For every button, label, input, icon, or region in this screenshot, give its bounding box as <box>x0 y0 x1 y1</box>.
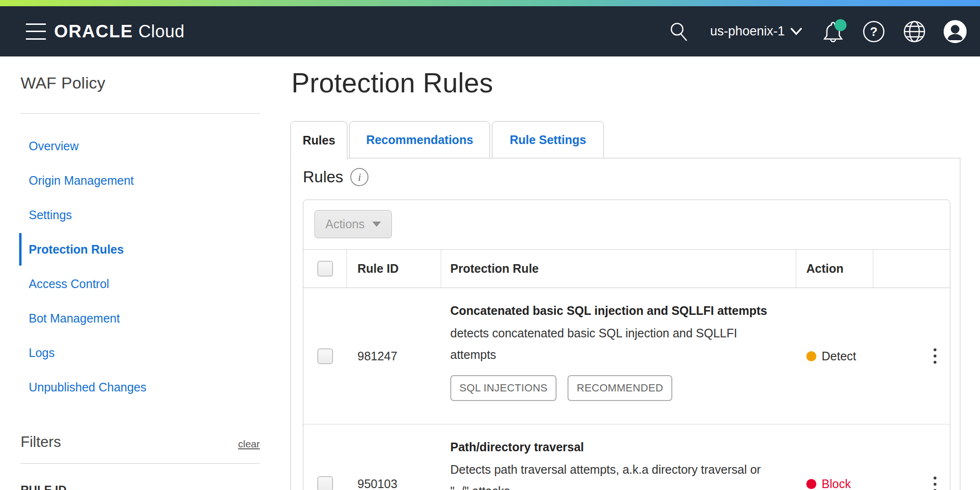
rules-table: Rule ID Protection Rule Action 981247 Co… <box>303 249 950 490</box>
header-checkbox-cell <box>303 250 347 288</box>
sidebar-item-label: Unpublished Changes <box>29 380 146 394</box>
rule-tags: SQL INJECTIONSRECOMMENDED <box>450 375 777 401</box>
tag-chip-sql-injections: SQL INJECTIONS <box>450 375 557 401</box>
rule-title: Path/directory traversal <box>450 436 777 458</box>
svg-text:?: ? <box>870 24 878 39</box>
rules-table-panel: Actions Rule ID Protection Rule Action 9… <box>303 200 950 490</box>
tab-label: Recommendations <box>366 133 473 147</box>
help-icon[interactable]: ? <box>862 20 885 43</box>
brand-gradient-strip <box>0 0 980 6</box>
action-cell: Block <box>796 424 873 490</box>
language-globe-icon[interactable] <box>903 20 926 43</box>
kebab-menu-icon[interactable] <box>930 473 940 490</box>
tab-label: Rules <box>302 134 335 147</box>
protection-rule-cell: Concatenated basic SQL injection and SQL… <box>441 288 796 424</box>
table-body: 981247 Concatenated basic SQL injection … <box>303 288 950 490</box>
table-row: 950103 Path/directory traversal Detects … <box>303 424 950 490</box>
actions-dropdown-button[interactable]: Actions <box>314 210 392 238</box>
tab-label: Rule Settings <box>510 133 586 147</box>
rules-section-header: Rules i <box>303 168 368 186</box>
table-header-row: Rule ID Protection Rule Action <box>303 249 950 288</box>
brand-oracle: ORACLE <box>54 22 133 42</box>
notification-badge <box>835 19 846 31</box>
header-rule-id: Rule ID <box>347 250 441 288</box>
caret-down-icon <box>372 222 381 227</box>
region-label: us-phoenix-1 <box>710 24 785 39</box>
sidebar-item-label: Settings <box>29 208 72 222</box>
topbar: ORACLE Cloud us-phoenix-1 ? <box>0 6 980 56</box>
sidebar-item-bot-management[interactable]: Bot Management <box>21 301 260 335</box>
brand-cloud: Cloud <box>138 22 185 42</box>
tab-recommendations[interactable]: Recommendations <box>349 121 490 158</box>
sidebar-item-unpublished-changes[interactable]: Unpublished Changes <box>21 370 260 404</box>
sidebar-item-protection-rules[interactable]: Protection Rules <box>21 232 260 267</box>
filters-divider <box>21 463 260 464</box>
table-toolbar: Actions <box>303 200 950 249</box>
sidebar-item-overview[interactable]: Overview <box>21 129 260 163</box>
row-menu-cell <box>873 288 950 424</box>
sidebar-item-origin-management[interactable]: Origin Management <box>21 163 260 198</box>
actions-label: Actions <box>325 217 365 231</box>
chevron-down-icon <box>791 28 802 35</box>
topbar-actions: us-phoenix-1 ? <box>668 20 967 43</box>
info-icon[interactable]: i <box>350 168 368 186</box>
sidebar-item-label: Bot Management <box>29 312 120 325</box>
select-all-checkbox[interactable] <box>317 261 333 277</box>
header-menu-cell <box>873 250 950 288</box>
user-avatar-icon[interactable] <box>944 20 967 43</box>
kebab-menu-icon[interactable] <box>930 345 940 368</box>
sidebar-item-label: Logs <box>29 346 55 360</box>
rules-section-title: Rules <box>303 168 343 186</box>
page-title: Protection Rules <box>291 67 493 99</box>
rule-title: Concatenated basic SQL injection and SQL… <box>450 300 777 322</box>
tag-chip-recommended: RECOMMENDED <box>568 375 672 401</box>
sidebar-item-access-control[interactable]: Access Control <box>21 267 260 301</box>
tab-rules[interactable]: Rules <box>290 121 347 159</box>
rule-description: Detects path traversal attempts, a.k.a d… <box>450 459 777 490</box>
sidebar-item-logs[interactable]: Logs <box>21 335 260 370</box>
notifications-bell-icon[interactable] <box>822 20 845 43</box>
sidebar-item-label: Origin Management <box>29 174 134 188</box>
header-protection-rule: Protection Rule <box>441 250 796 288</box>
tab-bar: Rules Recommendations Rule Settings <box>290 121 604 159</box>
sidebar-item-label: Overview <box>29 139 78 153</box>
sidebar-item-settings[interactable]: Settings <box>21 198 260 232</box>
action-cell: Detect <box>796 288 873 424</box>
region-selector[interactable]: us-phoenix-1 <box>710 24 802 39</box>
filter-rule-id-label: RULE ID <box>21 483 67 490</box>
filters-header: Filters clear <box>21 434 260 451</box>
action-status-dot <box>806 479 816 489</box>
action-status-dot <box>806 351 816 361</box>
header-action: Action <box>796 250 873 288</box>
filters-clear-link[interactable]: clear <box>238 438 260 450</box>
protection-rule-cell: Path/directory traversal Detects path tr… <box>441 424 796 490</box>
search-icon[interactable] <box>668 20 690 43</box>
sidebar-title: WAF Policy <box>21 74 105 92</box>
row-checkbox-cell <box>303 424 347 490</box>
rule-description: detects concatenated basic SQL injection… <box>450 323 777 366</box>
sidebar-nav: Overview Origin Management Settings Prot… <box>21 129 260 404</box>
sidebar-item-label: Protection Rules <box>29 243 124 256</box>
action-label: Block <box>822 477 851 490</box>
action-label: Detect <box>822 349 856 363</box>
sidebar-item-label: Access Control <box>29 277 109 291</box>
active-indicator-bar <box>19 233 22 266</box>
row-checkbox[interactable] <box>317 476 333 490</box>
filters-title: Filters <box>21 434 61 450</box>
rule-id-value: 950103 <box>347 424 441 490</box>
hamburger-menu-icon[interactable] <box>26 23 46 40</box>
row-checkbox[interactable] <box>317 348 333 364</box>
tab-rule-settings[interactable]: Rule Settings <box>492 121 604 158</box>
tab-content-panel: Rules i Actions Rule ID Protection Rule … <box>290 158 960 490</box>
table-row: 981247 Concatenated basic SQL injection … <box>303 288 950 424</box>
oracle-cloud-logo: ORACLE Cloud <box>54 22 185 42</box>
sidebar-divider <box>21 113 260 114</box>
row-menu-cell <box>873 424 950 490</box>
row-checkbox-cell <box>303 288 347 424</box>
rule-id-value: 981247 <box>347 288 441 424</box>
